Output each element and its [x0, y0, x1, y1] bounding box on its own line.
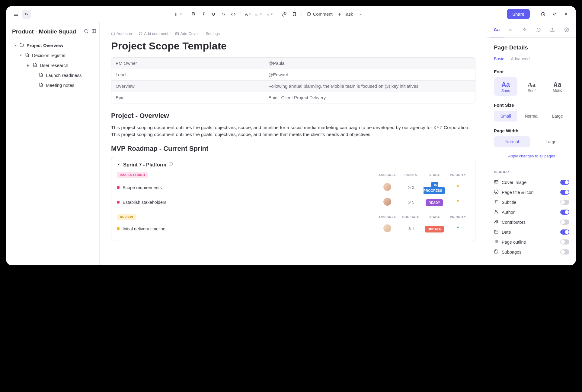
status-square [117, 186, 120, 189]
link-button[interactable] [280, 10, 289, 19]
toggle-switch[interactable] [560, 210, 569, 215]
avatar[interactable] [383, 224, 391, 232]
menu-icon[interactable] [11, 10, 21, 19]
italic-button[interactable]: I [199, 10, 208, 19]
stage-pill[interactable]: IN PROGRESS [424, 182, 445, 194]
chevron-down-icon[interactable]: ▼ [14, 44, 17, 47]
close-icon[interactable] [561, 10, 571, 19]
share-button[interactable]: Share [507, 9, 530, 19]
collapse-icon[interactable] [550, 10, 559, 19]
subtab-basic[interactable]: Basic [494, 56, 504, 62]
chevron-right-icon[interactable]: ▶ [27, 64, 30, 67]
tree-item-2[interactable]: ▶User research [12, 60, 96, 70]
tab-ai[interactable] [518, 22, 532, 37]
info-table: PM Owner@PaulaLead@EdwardOverviewFollowi… [111, 57, 475, 103]
task-row[interactable]: Establish stakeholders 5READY [117, 195, 470, 209]
tab-settings[interactable] [560, 22, 574, 37]
font-option-sans[interactable]: AaSans [494, 77, 517, 96]
tree-item-4[interactable]: Meeting notes [12, 80, 96, 90]
points-cell: 2 [399, 185, 423, 190]
info-icon[interactable] [169, 162, 173, 167]
flag-icon[interactable] [446, 200, 470, 205]
users-icon [494, 219, 499, 225]
text-style-dropdown[interactable] [173, 10, 183, 19]
toggle-switch[interactable] [560, 249, 569, 254]
toggle-switch[interactable] [560, 239, 569, 245]
search-icon[interactable] [84, 29, 88, 35]
tree-item-label: Project Overview [27, 43, 63, 48]
size-option-normal[interactable]: Normal [520, 111, 543, 122]
tree-item-3[interactable]: Launch readiness [12, 70, 96, 80]
font-size-label: Font Size [494, 103, 569, 108]
subtab-advanced[interactable]: Advanced [511, 56, 529, 62]
text-color-dropdown[interactable]: A [244, 10, 252, 19]
info-row[interactable]: PM Owner@Paula [111, 58, 475, 69]
toggle-switch[interactable] [560, 220, 569, 225]
width-option-normal[interactable]: Normal [494, 136, 530, 147]
code-button[interactable] [229, 10, 238, 19]
svg-point-17 [494, 190, 498, 194]
toggle-row-cover-image: Cover image [494, 177, 569, 187]
bookmark-button[interactable] [290, 10, 299, 19]
tree-item-1[interactable]: ▼Decision register [12, 50, 96, 60]
tree-item-label: Launch readiness [46, 73, 82, 78]
task-button[interactable]: Task [335, 10, 355, 18]
task-name: Initial delivery timeline [123, 226, 165, 231]
info-key: Epic [111, 92, 264, 103]
info-row[interactable]: OverviewFollowing annual planning, the M… [111, 81, 475, 92]
strikethrough-button[interactable]: S [219, 10, 228, 19]
task-row[interactable]: Initial delivery timeline 1UPDATE [117, 222, 470, 236]
info-value: @Paula [264, 58, 475, 69]
add-cover-button[interactable]: Add Cover [175, 31, 199, 36]
smile-icon [494, 189, 499, 195]
tab-comments[interactable] [532, 22, 545, 37]
undo-button[interactable] [22, 10, 31, 19]
toggle-label: Page outline [502, 240, 526, 245]
info-row[interactable]: EpicEpic - Client Project Delivery [111, 92, 475, 103]
tab-relations[interactable] [504, 22, 517, 37]
font-label: Font [494, 69, 569, 74]
align-dropdown[interactable] [253, 10, 263, 19]
size-option-small[interactable]: Small [494, 111, 517, 122]
toggle-switch[interactable] [560, 200, 569, 205]
settings-link[interactable]: Settings [206, 31, 220, 36]
chevron-down-icon[interactable] [117, 162, 121, 167]
add-comment-button[interactable]: Add comment [139, 31, 168, 36]
overview-paragraph[interactable]: This project scoping document outlines t… [111, 124, 475, 138]
flag-icon[interactable] [446, 226, 470, 232]
task-row[interactable]: Scope requirements 2IN PROGRESS [117, 180, 470, 195]
chevron-down-icon[interactable]: ▼ [19, 54, 22, 57]
size-option-large[interactable]: Large [546, 111, 569, 122]
avatar[interactable] [383, 183, 391, 191]
width-option-large[interactable]: Large [533, 136, 569, 147]
list-dropdown[interactable] [264, 10, 274, 19]
toggle-switch[interactable] [560, 190, 569, 195]
underline-button[interactable]: U [209, 10, 218, 19]
apply-all-link[interactable]: Apply changes to all pages [494, 154, 569, 158]
toggle-switch[interactable] [560, 180, 569, 185]
image-icon [494, 179, 499, 185]
page-title[interactable]: Project Scope Template [111, 40, 475, 52]
info-row[interactable]: Lead@Edward [111, 69, 475, 81]
stage-pill[interactable]: READY [426, 199, 443, 206]
tab-text[interactable]: Aa [490, 22, 504, 37]
bold-button[interactable]: B [189, 10, 198, 19]
font-option-mono[interactable]: AaMono [546, 77, 569, 96]
svg-point-5 [111, 32, 115, 35]
more-icon[interactable] [356, 10, 365, 19]
tab-export[interactable] [545, 22, 559, 37]
pages-icon [494, 249, 499, 255]
comment-button[interactable]: Comment [305, 10, 334, 18]
column-header: STAGE [423, 173, 446, 177]
svg-point-9 [409, 187, 410, 188]
add-icon-button[interactable]: Add Icon [111, 31, 132, 36]
flag-icon[interactable] [446, 185, 470, 190]
collapse-sidebar-icon[interactable] [91, 29, 96, 35]
tree-item-0[interactable]: ▼Project Overview [12, 40, 96, 50]
svg-point-3 [85, 30, 87, 32]
stage-pill[interactable]: UPDATE [425, 226, 444, 232]
history-icon[interactable] [539, 10, 548, 19]
font-option-serif[interactable]: AaSerif [520, 77, 543, 96]
avatar[interactable] [383, 198, 391, 206]
toggle-switch[interactable] [560, 229, 569, 235]
